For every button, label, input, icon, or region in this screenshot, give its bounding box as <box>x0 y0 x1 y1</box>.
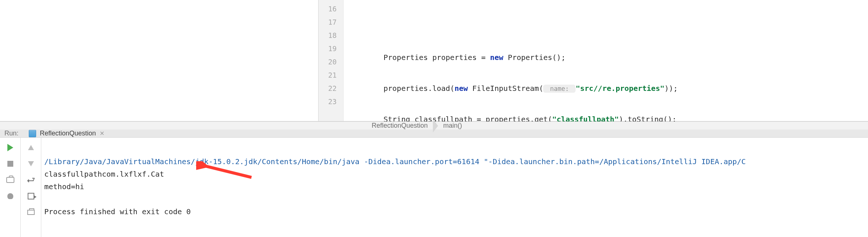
stop-icon <box>7 161 13 167</box>
arrow-up-icon <box>28 145 34 150</box>
wrap-icon: ⮐ <box>27 175 35 185</box>
print-icon <box>27 210 35 215</box>
code-line: Properties properties = new Properties()… <box>383 51 868 64</box>
console-output[interactable]: /Library/Java/JavaVirtualMachines/jdk-15… <box>41 138 868 237</box>
up-button[interactable] <box>25 142 37 153</box>
arrow-down-icon <box>28 161 34 166</box>
run-config-name[interactable]: ReflectionQuestion <box>40 130 96 137</box>
line-number: 16 <box>319 2 343 15</box>
breadcrumb-bar: ReflectionQuestion main() <box>0 121 868 130</box>
bug-icon <box>7 192 14 200</box>
run-label: Run: <box>4 130 18 137</box>
line-number: 21 <box>319 68 343 82</box>
stop-button[interactable] <box>5 158 16 169</box>
exit-icon <box>28 193 34 199</box>
code-line <box>383 20 868 33</box>
code-line: properties.load(new FileInputStream( nam… <box>383 82 868 95</box>
down-button[interactable] <box>25 158 37 169</box>
svg-line-0 <box>204 166 251 177</box>
run-config-icon <box>29 130 36 137</box>
close-icon[interactable]: ✕ <box>100 130 104 137</box>
run-tool-body: ⮐ /Library/Java/JavaVirtualMachines/jdk-… <box>0 138 868 237</box>
scroll-to-end-button[interactable] <box>25 191 37 202</box>
breadcrumb-method[interactable]: main() <box>438 122 472 130</box>
print-button[interactable] <box>25 207 37 218</box>
console-line: method=hi <box>44 182 84 191</box>
parameter-hint: name: <box>543 85 576 93</box>
editor-area: 16 17 18 19 20 21 22 23 Properties prope… <box>0 0 868 121</box>
dump-threads-button[interactable] <box>5 174 16 185</box>
line-number: 22 <box>319 82 343 95</box>
line-number: 23 <box>319 95 343 108</box>
console-command: /Library/Java/JavaVirtualMachines/jdk-15… <box>44 157 746 166</box>
line-gutter: 16 17 18 19 20 21 22 23 <box>319 0 344 121</box>
console-line: classfullpathcom.lxflxf.Cat <box>44 170 164 178</box>
line-number: 18 <box>319 29 343 42</box>
breadcrumb-class[interactable]: ReflectionQuestion <box>367 122 438 130</box>
console-exit-msg: Process finished with exit code 0 <box>44 207 191 216</box>
line-number: 19 <box>319 42 343 55</box>
run-toolbar-left <box>0 138 21 237</box>
line-number: 20 <box>319 55 343 68</box>
run-toolbar-mid: ⮐ <box>21 138 41 237</box>
debug-button[interactable] <box>5 191 16 202</box>
play-icon <box>7 144 13 151</box>
left-empty-panel <box>0 0 319 121</box>
rerun-button[interactable] <box>5 142 16 153</box>
camera-icon <box>6 177 14 183</box>
line-number: 17 <box>319 15 343 29</box>
soft-wrap-button[interactable]: ⮐ <box>25 174 37 185</box>
code-editor[interactable]: Properties properties = new Properties()… <box>344 0 868 121</box>
